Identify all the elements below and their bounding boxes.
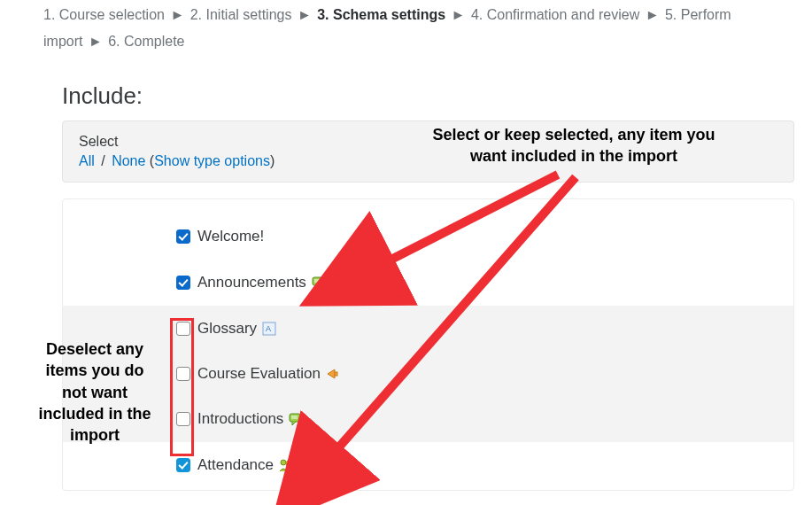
item-label: Glossary <box>197 320 257 338</box>
paren-close: ) <box>270 153 275 168</box>
wizard-step-1[interactable]: 1. Course selection <box>43 7 165 22</box>
annotation-deselect-text: Deselect any items you do not want inclu… <box>37 338 152 446</box>
wizard-separator: ► <box>452 7 466 22</box>
item-label: Course Evaluation <box>197 365 321 383</box>
wizard-separator: ► <box>89 34 103 49</box>
wizard-step-6[interactable]: 6. Complete <box>108 34 184 49</box>
feedback-icon <box>326 367 340 381</box>
glossary-icon: A <box>262 322 276 336</box>
wizard-separator: ► <box>298 7 312 22</box>
wizard-step-2[interactable]: 2. Initial settings <box>190 7 292 22</box>
item-row-welcome: Welcome! <box>63 214 793 260</box>
wizard-step-4[interactable]: 4. Confirmation and review <box>471 7 639 22</box>
checkbox-welcome[interactable] <box>176 229 190 244</box>
items-panel: Welcome! Announcements Glossary A Course… <box>62 198 794 491</box>
checkbox-glossary[interactable] <box>176 322 190 336</box>
svg-point-10 <box>286 461 291 466</box>
item-row-introductions: Introductions <box>63 396 793 442</box>
wizard-separator: ► <box>646 7 660 22</box>
forum-icon <box>289 412 303 426</box>
item-label: Attendance <box>197 456 274 474</box>
select-all-link[interactable]: All <box>79 153 95 168</box>
svg-point-9 <box>281 460 286 465</box>
item-row-glossary: Glossary A <box>63 306 793 352</box>
checkbox-attendance[interactable] <box>176 458 190 472</box>
attendance-icon <box>279 458 293 472</box>
wizard-separator: ► <box>170 7 184 22</box>
include-heading: Include: <box>62 82 812 110</box>
svg-text:A: A <box>266 324 271 333</box>
select-none-link[interactable]: None <box>112 153 145 168</box>
annotation-select-text: Select or keep selected, any item you wa… <box>423 124 724 167</box>
show-type-options-link[interactable]: Show type options <box>154 153 270 168</box>
checkbox-course-evaluation[interactable] <box>176 367 190 381</box>
wizard-step-3-current: 3. Schema settings <box>317 7 445 22</box>
item-row-attendance: Attendance <box>63 442 793 488</box>
svg-rect-5 <box>335 372 337 376</box>
item-row-course-evaluation: Course Evaluation <box>63 351 793 397</box>
item-label: Introductions <box>197 410 283 428</box>
item-label: Announcements <box>197 274 306 291</box>
item-row-announcements: Announcements <box>63 260 793 306</box>
forum-icon <box>312 276 326 290</box>
wizard-breadcrumb: 1. Course selection ► 2. Initial setting… <box>0 2 770 56</box>
item-label: Welcome! <box>197 228 264 245</box>
checkbox-introductions[interactable] <box>176 412 190 426</box>
select-slash: / <box>98 153 107 168</box>
checkbox-announcements[interactable] <box>176 276 190 290</box>
